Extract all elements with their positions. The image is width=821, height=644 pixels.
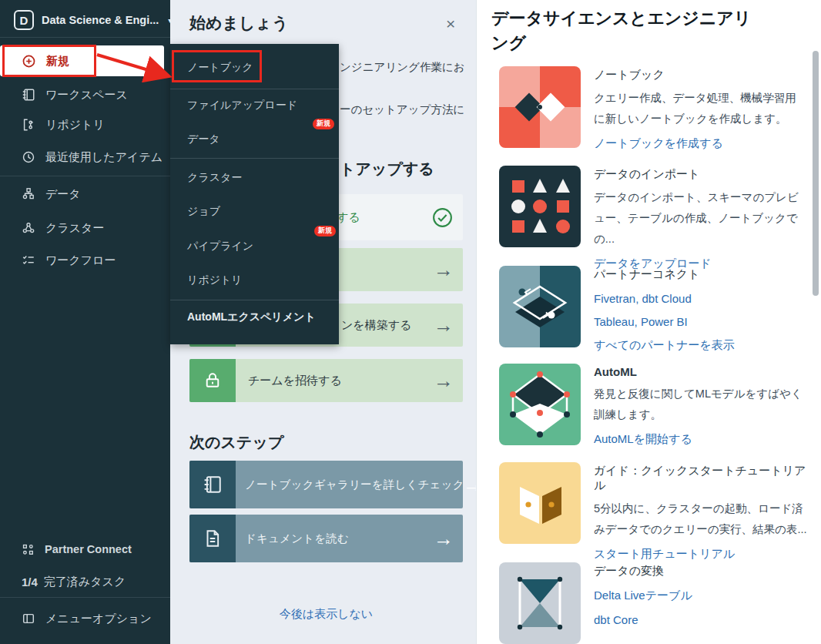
sidebar-item-label: 最近使用したアイテム: [45, 150, 163, 165]
menu-item-cluster[interactable]: クラスター: [187, 168, 326, 188]
scrollbar-thumb[interactable]: [813, 51, 819, 296]
card-notebook: ノートブック クエリー作成、データ処理、機械学習用に新しいノートブックを作成しま…: [499, 66, 807, 151]
workspace-name: Data Science & Engi...: [42, 14, 159, 26]
menu-item-automl-experiment[interactable]: AutoMLエクスペリメント: [187, 307, 326, 327]
sidebar-item-data[interactable]: データ: [0, 179, 170, 210]
card-title: ガイド：クイックスタートチュートリアル: [594, 464, 807, 493]
next-step-label: ノートブックギャラリーを詳しくチェック: [245, 478, 464, 492]
sidebar-item-workspace[interactable]: ワークスペース: [0, 79, 170, 110]
notebook-tile-icon: [499, 66, 581, 148]
sidebar-item-clusters[interactable]: クラスター: [0, 213, 170, 243]
dbt-core-link[interactable]: dbt Core: [594, 613, 807, 626]
sidebar-item-label: リポジトリ: [45, 118, 105, 132]
panel-icon: [22, 612, 35, 626]
next-step-label: ドキュメントを読む: [245, 532, 349, 546]
sidebar-item-new[interactable]: 新規: [0, 45, 164, 76]
notebook-gallery-icon-wrap: [189, 461, 236, 508]
next-steps-heading: 次のステップ: [189, 432, 283, 453]
menu-item-notebook[interactable]: ノートブック: [187, 58, 326, 78]
sidebar-item-label: ワークスペース: [45, 88, 128, 102]
divider: [170, 89, 339, 89]
divider: [0, 37, 170, 38]
delta-live-tables-link[interactable]: Delta Liveテーブル: [594, 589, 807, 603]
partner-connect-icon: [22, 543, 35, 556]
sidebar-item-workflows[interactable]: ワークフロー: [0, 245, 170, 276]
card-quickstart-guide: ガイド：クイックスタートチュートリアル 5分以内に、クラスターの起動、ロード済み…: [499, 462, 807, 562]
card-description: クエリー作成、データ処理、機械学習用に新しいノートブックを作成します。: [594, 88, 807, 129]
sidebar: D Data Science & Engi... ▾ 新規 ワークスペース リポ…: [0, 0, 170, 644]
new-badge: 新規: [313, 119, 334, 129]
divider: [170, 300, 339, 300]
document-icon: [203, 528, 223, 548]
workspace-switcher[interactable]: D Data Science & Engi... ▾: [14, 8, 172, 32]
sidebar-item-repos[interactable]: リポジトリ: [0, 109, 170, 140]
setup-heading: トアップする: [340, 159, 434, 179]
data-icon: [22, 187, 35, 201]
next-step-read-docs[interactable]: ドキュメントを読む →: [189, 515, 463, 562]
start-tutorial-link[interactable]: スタート用チュートリアル: [594, 547, 807, 562]
sidebar-item-menu-options[interactable]: メニューオプション: [0, 603, 170, 634]
card-title: データのインポート: [594, 167, 807, 182]
card-title: パートナーコネクト: [594, 267, 807, 282]
lock-icon: [203, 371, 223, 391]
menu-item-job[interactable]: ジョブ: [187, 202, 326, 222]
menu-item-pipeline[interactable]: パイプライン: [187, 236, 326, 257]
card-description: データのインポート、スキーマのプレビュー、テーブルの作成、ノートブックでの...: [594, 187, 807, 250]
document-icon-wrap: [189, 515, 236, 562]
home-panel: データサイエンスとエンジニアリング ノートブック クエリー作成、データ処理、機械…: [476, 0, 821, 644]
guide-tile-icon: [499, 462, 581, 544]
sidebar-item-label: Partner Connect: [45, 543, 132, 555]
automl-tile-icon: [499, 364, 581, 445]
sidebar-item-label: ワークフロー: [45, 253, 116, 268]
card-automl: AutoML 発見と反復に関してMLモデルをすばやく訓練します。 AutoMLを…: [499, 364, 807, 447]
card-partner-connect: パートナーコネクト Fivetran, dbt Cloud Tableau, P…: [499, 266, 807, 363]
card-import-data: データのインポート データのインポート、スキーマのプレビュー、テーブルの作成、ノ…: [499, 166, 807, 271]
arrow-right-icon: →: [434, 371, 454, 391]
sidebar-item-partner-connect[interactable]: Partner Connect: [0, 534, 170, 565]
clock-icon: [22, 150, 35, 164]
card-description: 発見と反復に関してMLモデルをすばやく訓練します。: [594, 384, 807, 425]
sidebar-tasks-progress[interactable]: 1/4 完了済みタスク: [0, 566, 170, 597]
tableau-powerbi-link[interactable]: Tableau, Power BI: [594, 315, 807, 328]
next-step-notebook-gallery[interactable]: ノートブックギャラリーを詳しくチェック →: [189, 461, 463, 508]
sidebar-item-label: データ: [45, 187, 81, 202]
check-circle-icon: [432, 207, 453, 228]
sidebar-item-label: 新規: [46, 54, 69, 69]
sidebar-item-label: メニューオプション: [45, 612, 152, 626]
tasks-label: 完了済みタスク: [44, 575, 126, 589]
notebook-icon: [22, 88, 35, 102]
create-notebook-link[interactable]: ノートブックを作成する: [594, 136, 807, 151]
dismiss-link[interactable]: 今後は表示しない: [189, 607, 463, 622]
arrow-right-icon: →: [434, 315, 454, 335]
arrow-right-icon: →: [434, 528, 454, 548]
card-title: AutoML: [594, 365, 807, 378]
start-automl-link[interactable]: AutoMLを開始する: [594, 432, 807, 447]
partner-connect-tile-icon: [499, 266, 581, 347]
menu-item-repo[interactable]: リポジトリ: [187, 270, 326, 290]
tasks-count: 1/4: [22, 575, 38, 589]
lock-icon-wrap: [189, 359, 236, 402]
chevron-down-icon: ▾: [168, 16, 172, 25]
divider: [170, 158, 339, 159]
task-label: ンを構築する: [341, 318, 411, 333]
menu-item-file-upload[interactable]: ファイルアップロード: [187, 96, 326, 116]
menu-item-data[interactable]: データ: [187, 129, 326, 149]
transform-data-tile-icon: [499, 562, 581, 644]
fivetran-dbt-link[interactable]: Fivetran, dbt Cloud: [594, 292, 807, 305]
card-title: データの変換: [594, 564, 807, 579]
arrow-right-icon: →: [434, 260, 454, 280]
workflow-icon: [22, 253, 35, 267]
new-badge: 新規: [314, 226, 336, 236]
divider: [0, 176, 170, 176]
task-row-invite-team[interactable]: チームを招待する →: [189, 359, 463, 402]
databricks-workspace: D Data Science & Engi... ▾ 新規 ワークスペース リポ…: [0, 0, 821, 644]
intro-text: ンジニアリング作業にお: [340, 60, 465, 75]
card-transform-data: データの変換 Delta Liveテーブル dbt Core: [499, 562, 807, 644]
new-dropdown-menu: ノートブック ファイルアップロード データ 新規 クラスター ジョブ パイプライ…: [170, 44, 339, 344]
all-partners-link[interactable]: すべてのパートナーを表示: [594, 338, 807, 353]
page-title: データサイエンスとエンジニアリング: [491, 6, 761, 55]
close-icon[interactable]: ×: [446, 15, 455, 32]
repo-icon: [22, 118, 35, 132]
card-description: 5分以内に、クラスターの起動、ロード済みデータでのクエリーの実行、結果の表...: [594, 498, 807, 540]
sidebar-item-recents[interactable]: 最近使用したアイテム: [0, 142, 170, 173]
